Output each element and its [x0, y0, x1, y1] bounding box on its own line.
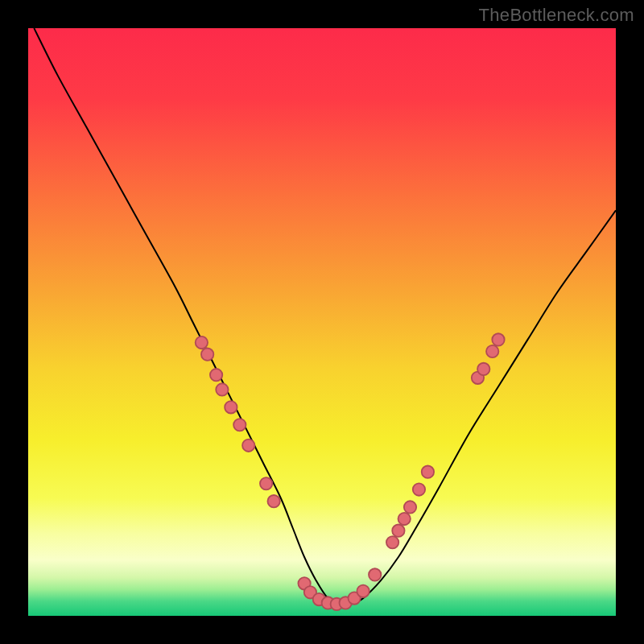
plot-area	[28, 28, 616, 616]
marker-dot	[392, 524, 404, 536]
watermark-text: TheBottleneck.com	[479, 5, 634, 26]
chart-frame: TheBottleneck.com	[0, 0, 644, 644]
marker-dot	[210, 369, 222, 381]
marker-dots-group	[196, 333, 505, 610]
marker-dot	[398, 513, 411, 525]
marker-dot	[422, 465, 434, 477]
marker-dot	[225, 401, 237, 413]
marker-dot	[267, 495, 279, 507]
marker-dot	[369, 568, 381, 580]
marker-dot	[477, 363, 489, 375]
marker-dot	[260, 477, 272, 489]
marker-dot	[196, 336, 208, 349]
marker-dot	[357, 585, 369, 597]
marker-dot	[216, 383, 228, 395]
curve-layer	[28, 28, 616, 616]
bottleneck-curve	[34, 28, 616, 605]
marker-dot	[242, 440, 254, 452]
marker-dot	[201, 348, 213, 360]
marker-dot	[492, 333, 504, 345]
marker-dot	[413, 483, 425, 495]
marker-dot	[486, 345, 498, 357]
marker-dot	[233, 419, 246, 431]
marker-dot	[404, 501, 416, 513]
marker-dot	[386, 536, 398, 548]
